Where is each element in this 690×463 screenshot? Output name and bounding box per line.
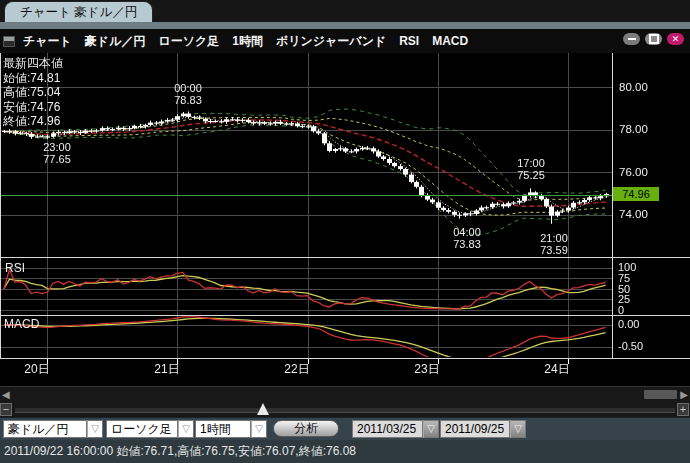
date-to-select[interactable]: 2011/09/25	[440, 420, 510, 438]
pair-select-arrow-icon[interactable]: ▽	[87, 420, 103, 438]
close-button[interactable]: ✕	[667, 33, 684, 45]
toolbar-item-candletype: ローソク足	[158, 33, 219, 50]
toolbar-item-bollinger: ボリンジャーバンド	[276, 33, 386, 50]
status-text: 2011/09/22 16:00:00 始値:76.71,高値:76.75,安値…	[4, 443, 356, 460]
chart-scrollbar[interactable]: ◀ ▶	[0, 386, 690, 403]
scroll-left-icon[interactable]: ◀	[2, 389, 10, 400]
zoom-slider-thumb[interactable]	[257, 403, 269, 415]
scrollbar-thumb[interactable]	[644, 390, 677, 399]
toolbar-item-interval: 1時間	[232, 33, 263, 50]
controls-row: 豪ドル／円 ▽ ローソク足 ▽ 1時間 ▽ 分析 2011/03/25 ▽ 20…	[0, 417, 690, 441]
tab-bar: チャート 豪ドル／円	[0, 0, 690, 22]
date-to-arrow-icon[interactable]: ▽	[510, 420, 526, 438]
toolbar-item-macd: MACD	[432, 34, 468, 48]
status-bar: 2011/09/22 16:00:00 始値:76.71,高値:76.75,安値…	[0, 440, 690, 463]
chart-canvas[interactable]	[0, 53, 690, 386]
interval-select[interactable]: 1時間	[195, 420, 251, 438]
maximize-icon	[649, 34, 659, 44]
toolbar-item-chart: チャート	[23, 33, 72, 50]
interval-select-arrow-icon[interactable]: ▽	[251, 420, 267, 438]
chart-app-window: チャート 豪ドル／円 チャート 豪ドル／円 ローソク足 1時間 ボリンジャーバン…	[0, 0, 690, 463]
minimize-button[interactable]	[623, 33, 640, 45]
zoom-slider-track[interactable]	[15, 408, 675, 413]
candletype-select-arrow-icon[interactable]: ▽	[178, 420, 194, 438]
zoom-in-button[interactable]: +	[677, 403, 689, 416]
toolbar-item-rsi: RSI	[399, 34, 419, 48]
window-buttons: ✕	[623, 33, 684, 45]
close-icon: ✕	[672, 35, 680, 44]
maximize-button[interactable]	[645, 33, 662, 45]
pair-select[interactable]: 豪ドル／円	[3, 420, 87, 438]
scroll-right-icon[interactable]: ▶	[680, 389, 688, 400]
minimize-icon	[628, 38, 636, 40]
current-price-tag: 74.96	[613, 187, 659, 201]
tab-strip-divider	[0, 22, 690, 29]
chart-toolbar: チャート 豪ドル／円 ローソク足 1時間 ボリンジャーバンド RSI MACD	[0, 29, 690, 53]
toolbar-item-pair: 豪ドル／円	[85, 33, 146, 50]
date-from-select[interactable]: 2011/03/25	[352, 420, 423, 438]
zoom-slider-row: − +	[0, 402, 690, 417]
date-from-arrow-icon[interactable]: ▽	[423, 420, 439, 438]
zoom-out-button[interactable]: −	[0, 403, 12, 416]
analyze-button[interactable]: 分析	[273, 420, 339, 437]
chart-window-icon	[3, 36, 15, 47]
candletype-select[interactable]: ローソク足	[106, 420, 178, 438]
tab-chart-audjpy[interactable]: チャート 豪ドル／円	[4, 1, 153, 23]
tab-label: チャート 豪ドル／円	[20, 4, 137, 21]
